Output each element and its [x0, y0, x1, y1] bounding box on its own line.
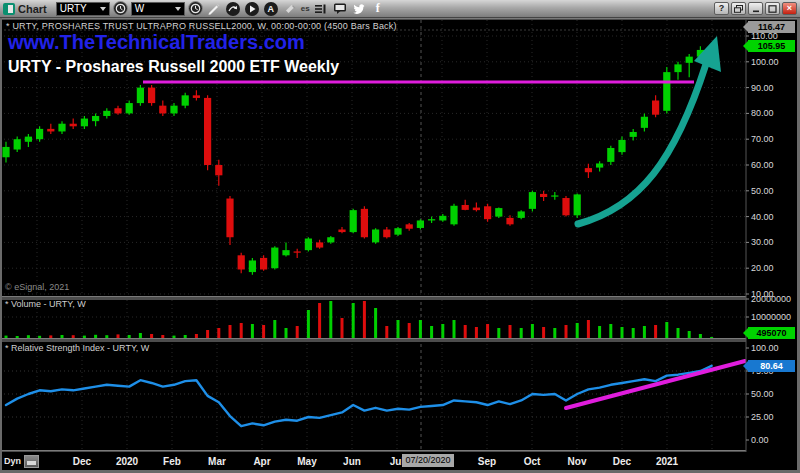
candle-body	[226, 199, 233, 238]
candle-body	[383, 230, 390, 238]
date-axis-label: May	[297, 456, 317, 467]
volume-bar	[665, 322, 668, 338]
rsi-axis-label: 100.00	[751, 343, 779, 353]
volume-bar	[576, 323, 579, 338]
candle-body	[114, 108, 121, 113]
candle-body	[282, 250, 289, 255]
price-axis-label: 70.00	[751, 134, 774, 144]
volume-bar	[27, 335, 30, 338]
price-axis-label: 60.00	[751, 160, 774, 170]
volume-bar	[341, 318, 344, 338]
candle-body	[462, 205, 469, 210]
rsi-axis-label: 50.00	[751, 389, 774, 399]
candle-body	[406, 224, 413, 228]
candle-body	[585, 168, 592, 172]
twitter-button[interactable]	[351, 1, 367, 17]
volume-bar	[475, 327, 478, 338]
candle-body	[428, 219, 435, 220]
volume-bar	[251, 324, 254, 338]
volume-bar	[677, 328, 680, 338]
volume-bar	[441, 324, 444, 338]
chat-button[interactable]	[332, 1, 348, 17]
rsi-axis-label: 25.00	[751, 412, 774, 422]
interval-combobox[interactable]: W	[131, 2, 185, 16]
close-button[interactable]: ×	[782, 2, 797, 15]
chart-canvas[interactable]: 110.00100.0090.0080.0070.0060.0050.0040.…	[0, 0, 800, 473]
es-badge: es	[301, 4, 310, 13]
maximize-button[interactable]	[765, 2, 780, 15]
time-interval-button[interactable]	[188, 1, 203, 16]
candle-body	[630, 132, 637, 137]
volume-bar	[710, 337, 713, 338]
volume-bar	[161, 335, 164, 338]
price-axis-label: 100.00	[751, 57, 779, 67]
annotation-curve-button[interactable]	[225, 1, 241, 17]
candle-body	[159, 106, 166, 114]
candle-body	[70, 124, 77, 127]
minimize-button[interactable]	[748, 2, 763, 15]
curve-arrow-icon	[228, 4, 238, 14]
candle-body	[618, 140, 625, 152]
volume-bar	[307, 310, 310, 338]
volume-bar	[173, 336, 176, 338]
volume-bar	[453, 320, 456, 338]
chart-app-icon	[3, 3, 15, 15]
volume-bar	[206, 330, 209, 338]
candle-body	[350, 210, 357, 232]
maximize-icon	[768, 5, 777, 13]
candle-body	[484, 206, 491, 219]
date-axis-label: Feb	[163, 456, 181, 467]
candle-body	[372, 230, 379, 243]
symbol-combobox[interactable]: URTY	[56, 2, 110, 16]
stacked-windows-icon	[734, 5, 743, 13]
candle-body	[305, 239, 312, 251]
chevron-down-icon	[175, 7, 181, 11]
volume-bar	[486, 324, 489, 338]
volume-axis-label: 10000000	[751, 312, 791, 322]
volume-bar	[128, 335, 131, 338]
refresh-clock-icon	[115, 3, 126, 14]
volume-bar	[49, 335, 52, 338]
candle-body	[215, 165, 222, 175]
volume-bar	[509, 325, 512, 338]
candle-body	[473, 208, 480, 211]
candle-body	[417, 220, 424, 227]
help-button[interactable]: ?	[714, 2, 729, 15]
symbol-refresh-button[interactable]	[113, 1, 128, 16]
volume-bar	[520, 328, 523, 338]
clock-icon	[190, 3, 201, 14]
draw-pencil-button[interactable]	[206, 1, 222, 17]
candle-body	[193, 95, 200, 98]
dyn-scale-button[interactable]	[24, 455, 39, 468]
candle-body	[394, 228, 401, 234]
app-label: Chart	[18, 3, 47, 15]
volume-bar	[329, 301, 332, 338]
facebook-button[interactable]: f	[370, 1, 386, 17]
window-border-left	[0, 18, 2, 473]
candle-body	[663, 72, 670, 111]
volume-bar	[72, 335, 75, 338]
volume-bar	[542, 327, 545, 338]
volume-axis-label: 20000000	[751, 294, 791, 304]
play-button[interactable]	[244, 1, 260, 17]
last-price-tag: 105.95	[748, 40, 795, 52]
windows-button[interactable]	[731, 2, 746, 15]
volume-bar	[408, 323, 411, 338]
auto-button[interactable]: A	[263, 1, 279, 17]
price-axis-label: 50.00	[751, 186, 774, 196]
price-axis-label: 80.00	[751, 108, 774, 118]
news-list-icon	[314, 3, 327, 15]
volume-bar	[5, 336, 8, 338]
date-axis-label: Oct	[524, 456, 541, 467]
candle-body	[204, 98, 211, 165]
volume-bar	[464, 325, 467, 338]
candle-body	[260, 258, 267, 270]
price-axis-label: 90.00	[751, 83, 774, 93]
twitter-icon	[352, 3, 366, 15]
date-axis-label: 2020	[116, 456, 139, 467]
window-controls: ? ×	[714, 2, 797, 15]
marker-button[interactable]	[282, 1, 298, 17]
news-button[interactable]	[313, 1, 329, 17]
volume-bar	[139, 333, 142, 338]
price-axis-label: 30.00	[751, 237, 774, 247]
